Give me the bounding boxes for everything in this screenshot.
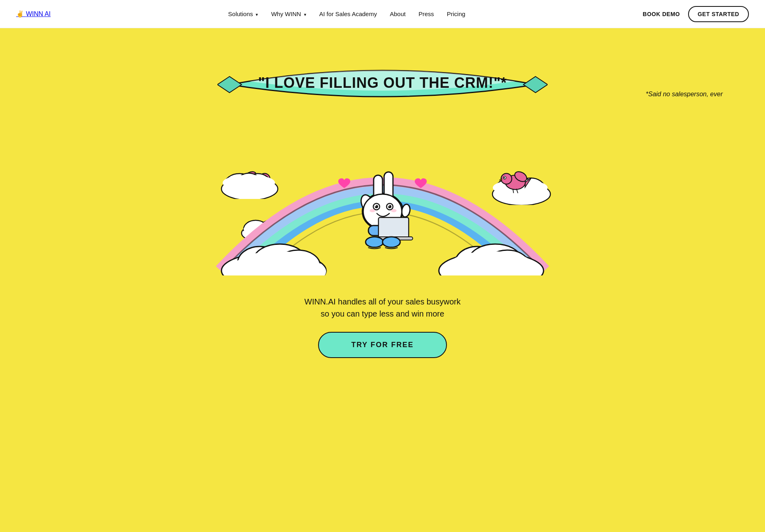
navbar: ✌ WINN AI Solutions ▾ Why WINN ▾ AI for … — [0, 0, 765, 28]
book-demo-button[interactable]: BOOK DEMO — [643, 11, 680, 17]
nav-item-why-winn[interactable]: Why WINN ▾ — [271, 10, 306, 18]
svg-text:"I LOVE FILLING OUT THE CRM!"*: "I LOVE FILLING OUT THE CRM!"* — [258, 75, 507, 91]
brand-name: WINN — [26, 10, 43, 17]
nav-actions: BOOK DEMO GET STARTED — [643, 6, 749, 22]
hero-section: "I LOVE FILLING OUT THE CRM!"* *Said no … — [0, 0, 765, 532]
rainbow-scene — [201, 106, 564, 275]
nav-item-academy[interactable]: AI for Sales Academy — [319, 10, 377, 18]
nav-item-about[interactable]: About — [390, 10, 405, 18]
svg-marker-0 — [217, 77, 242, 93]
chevron-down-icon: ▾ — [256, 12, 258, 17]
svg-rect-68 — [379, 218, 408, 236]
heart-right — [415, 178, 427, 191]
nav-item-solutions[interactable]: Solutions ▾ — [228, 10, 258, 18]
nav-link-why-winn[interactable]: Why WINN ▾ — [271, 10, 306, 17]
hero-content: "I LOVE FILLING OUT THE CRM!"* *Said no … — [0, 52, 765, 358]
svg-marker-1 — [523, 77, 548, 93]
nav-link-solutions[interactable]: Solutions ▾ — [228, 10, 258, 17]
peace-icon: ✌ — [16, 10, 24, 17]
chevron-down-icon: ▾ — [304, 12, 306, 17]
try-for-free-button[interactable]: TRY FOR FREE — [318, 332, 447, 358]
nav-link-press[interactable]: Press — [418, 10, 434, 17]
nav-link-pricing[interactable]: Pricing — [447, 10, 465, 17]
ai-badge: AI — [45, 10, 51, 17]
svg-point-65 — [391, 209, 397, 212]
svg-point-49 — [451, 251, 531, 275]
svg-point-60 — [375, 205, 376, 207]
svg-point-63 — [389, 205, 390, 207]
nav-item-pricing[interactable]: Pricing — [447, 10, 465, 18]
said-no-text: *Said no salesperson, ever — [646, 91, 723, 98]
nav-link-about[interactable]: About — [390, 10, 405, 17]
logo[interactable]: ✌ WINN AI — [16, 10, 51, 18]
character-mascot — [346, 163, 419, 253]
get-started-button[interactable]: GET STARTED — [688, 6, 749, 22]
svg-point-70 — [366, 237, 383, 247]
nav-link-academy[interactable]: AI for Sales Academy — [319, 10, 377, 17]
nav-links: Solutions ▾ Why WINN ▾ AI for Sales Acad… — [228, 10, 465, 18]
hero-subtitle: WINN.AI handles all of your sales busywo… — [304, 296, 461, 320]
nav-item-press[interactable]: Press — [418, 10, 434, 18]
banner-ribbon: "I LOVE FILLING OUT THE CRM!"* — [217, 52, 548, 118]
heart-left — [338, 178, 350, 191]
svg-point-43 — [238, 251, 318, 275]
svg-point-71 — [382, 237, 400, 247]
svg-point-64 — [370, 209, 375, 212]
